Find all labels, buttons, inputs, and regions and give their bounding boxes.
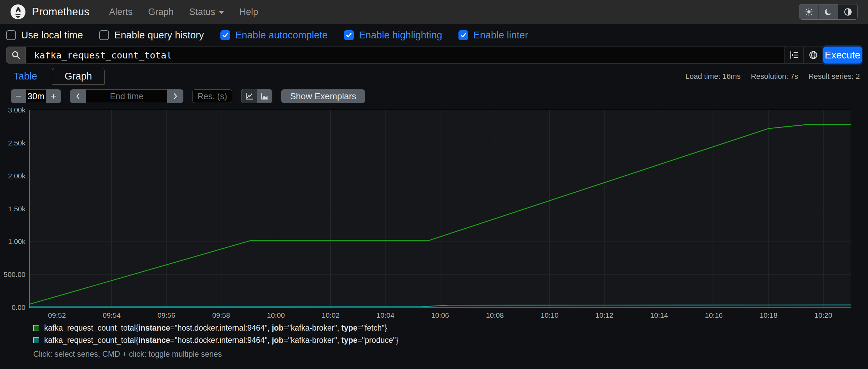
end-time-input[interactable] <box>86 89 167 103</box>
search-icon <box>11 50 21 60</box>
query-expression-input[interactable] <box>26 47 784 64</box>
execute-button[interactable]: Execute <box>823 47 862 64</box>
shift-forward-button[interactable] <box>167 89 183 103</box>
checkbox-enable-autocomplete[interactable] <box>220 30 230 40</box>
nav-links: Alerts Graph Status Help <box>109 7 258 17</box>
tab-graph[interactable]: Graph <box>52 68 105 85</box>
x-tick-label: 09:54 <box>103 311 121 319</box>
chevron-left-icon <box>74 92 82 100</box>
line-chart-button[interactable] <box>241 89 257 103</box>
decrease-range-button[interactable]: − <box>11 89 26 103</box>
light-theme-button[interactable] <box>799 4 819 19</box>
legend-swatch <box>33 337 39 343</box>
x-tick-label: 09:56 <box>158 311 176 319</box>
option-label: Enable query history <box>114 30 204 41</box>
legend-label: kafka_request_count_total{instance="host… <box>44 323 387 333</box>
y-tick-label: 500.00 <box>4 270 25 279</box>
option-enable-highlighting[interactable]: Enable highlighting <box>344 30 442 41</box>
option-enable-query-history[interactable]: Enable query history <box>99 30 204 41</box>
dark-theme-button[interactable] <box>819 4 838 19</box>
x-tick-label: 10:00 <box>267 311 285 319</box>
query-options-row: Use local timeEnable query historyEnable… <box>0 24 868 47</box>
legend-label: kafka_request_count_total{instance="host… <box>44 336 398 345</box>
checkmark-icon <box>222 32 229 38</box>
brand-name: Prometheus <box>32 6 89 18</box>
x-tick-label: 10:18 <box>760 311 778 319</box>
end-time-group <box>70 89 183 103</box>
show-exemplars-button[interactable]: Show Exemplars <box>281 89 365 103</box>
option-label: Enable highlighting <box>359 30 442 41</box>
checkmark-icon <box>460 32 467 38</box>
x-tick-label: 10:10 <box>541 311 559 319</box>
checkmark-icon <box>346 32 352 38</box>
option-enable-autocomplete[interactable]: Enable autocomplete <box>220 30 328 41</box>
x-tick-label: 10:20 <box>814 311 832 319</box>
x-tick-label: 09:58 <box>212 311 230 319</box>
auto-theme-button[interactable] <box>838 4 857 19</box>
query-bar: Execute <box>6 47 862 64</box>
metrics-explorer-button[interactable] <box>784 47 804 64</box>
y-tick-label: 3.00k <box>8 106 25 114</box>
navbar: Prometheus Alerts Graph Status Help <box>0 0 868 24</box>
prometheus-logo-icon <box>10 4 26 20</box>
legend-help-text: Click: select series, CMD + click: toggl… <box>33 350 868 359</box>
circle-half-icon <box>844 7 852 16</box>
nav-item-graph[interactable]: Graph <box>148 7 174 17</box>
stacked-chart-icon <box>260 92 269 101</box>
option-label: Enable linter <box>473 30 528 41</box>
panel-tabs: Table Graph Load time: 16ms Resolution: … <box>6 68 862 85</box>
checkbox-use-local-time[interactable] <box>6 30 16 40</box>
sun-icon <box>804 7 813 16</box>
query-stats: Load time: 16ms Resolution: 7s Result se… <box>685 72 860 81</box>
x-tick-label: 10:02 <box>322 311 340 319</box>
checkbox-enable-highlighting[interactable] <box>344 30 354 40</box>
local-time-globe-button[interactable] <box>804 47 823 64</box>
y-tick-label: 0.00 <box>12 303 25 312</box>
load-time-stat: Load time: 16ms <box>685 72 741 81</box>
query-search-addon <box>6 47 26 64</box>
legend-item-1[interactable]: kafka_request_count_total{instance="host… <box>33 336 868 345</box>
line-chart-icon <box>245 92 254 101</box>
x-tick-label: 10:04 <box>377 311 395 319</box>
range-duration-input[interactable] <box>26 89 46 103</box>
tab-table[interactable]: Table <box>6 68 52 85</box>
globe-icon <box>809 50 818 60</box>
option-label: Enable autocomplete <box>235 30 328 41</box>
moon-icon <box>824 7 833 16</box>
prometheus-brand[interactable]: Prometheus <box>10 4 89 20</box>
x-tick-label: 10:16 <box>705 311 723 319</box>
theme-toggle-group <box>799 4 858 20</box>
range-stepper-group: − + <box>11 89 61 103</box>
option-label: Use local time <box>21 30 83 41</box>
chart-svg <box>30 110 851 308</box>
graph-legend: kafka_request_count_total{instance="host… <box>33 323 868 345</box>
graph-controls: − + <box>11 89 868 103</box>
checkbox-enable-linter[interactable] <box>458 30 468 40</box>
chevron-right-icon <box>171 92 179 100</box>
legend-item-0[interactable]: kafka_request_count_total{instance="host… <box>33 323 868 333</box>
nav-item-alerts[interactable]: Alerts <box>109 7 132 17</box>
graph-canvas[interactable]: 0.00500.001.00k1.50k2.00k2.50k3.00k09:52… <box>29 110 851 308</box>
shift-back-button[interactable] <box>70 89 86 103</box>
y-tick-label: 2.50k <box>8 139 25 147</box>
nav-item-status[interactable]: Status <box>189 7 224 17</box>
x-tick-label: 10:14 <box>650 311 668 319</box>
increase-range-button[interactable]: + <box>46 89 61 103</box>
checkbox-enable-query-history[interactable] <box>99 30 109 40</box>
y-tick-label: 1.50k <box>8 205 25 213</box>
option-enable-linter[interactable]: Enable linter <box>458 30 528 41</box>
chart-type-toggle-group <box>241 89 272 103</box>
legend-swatch <box>33 325 39 331</box>
result-series-stat: Result series: 2 <box>808 72 860 81</box>
option-use-local-time[interactable]: Use local time <box>6 30 83 41</box>
nav-item-help[interactable]: Help <box>239 7 258 17</box>
x-tick-label: 10:08 <box>486 311 504 319</box>
resolution-stat: Resolution: 7s <box>751 72 798 81</box>
stacked-chart-button[interactable] <box>257 89 272 103</box>
x-tick-label: 10:06 <box>431 311 449 319</box>
x-tick-label: 09:52 <box>48 311 66 319</box>
x-tick-label: 10:12 <box>595 311 613 319</box>
resolution-input[interactable] <box>192 89 232 103</box>
y-tick-label: 1.00k <box>8 238 25 246</box>
metrics-explorer-icon <box>789 50 799 60</box>
